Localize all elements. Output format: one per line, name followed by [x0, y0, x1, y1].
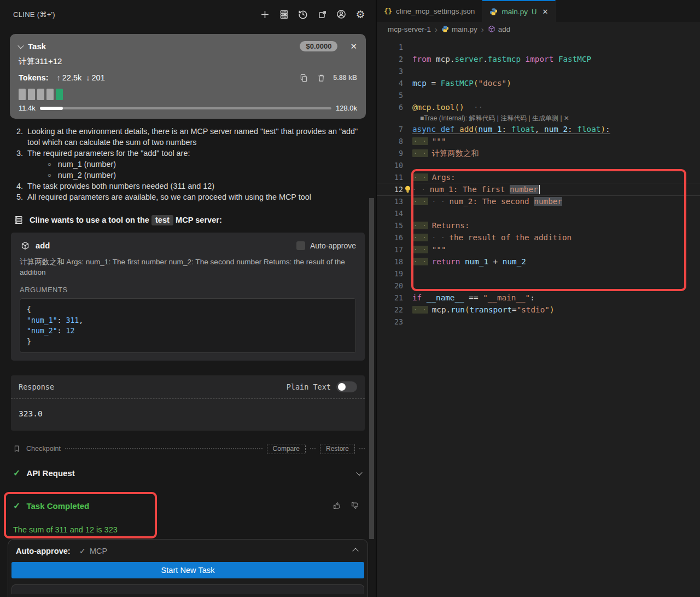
line-number: 23 — [377, 318, 403, 326]
context-window-block — [46, 89, 54, 100]
checkpoint-divider — [65, 448, 262, 449]
completed-check-icon: ✓ — [13, 501, 20, 511]
context-blocks — [19, 89, 357, 100]
breadcrumb-symbol[interactable]: add — [498, 25, 510, 33]
account-icon[interactable] — [336, 9, 347, 20]
code-line: 19 — [377, 268, 700, 280]
code-line: 23 — [377, 316, 700, 328]
line-number: 22 — [377, 306, 403, 314]
code-line: 9· ·计算两数之和 — [377, 147, 700, 159]
app-window: CLINE (⌘+') ⚙ — [0, 0, 700, 597]
api-request-chevron-icon[interactable] — [356, 469, 362, 475]
trae-inline-actions[interactable]: ■Trae (Internal): 解释代码 | 注释代码 | 生成单测 | ✕ — [377, 113, 700, 123]
code-line: 7async def add(num_1: float, num_2: floa… — [377, 123, 700, 135]
open-in-editor-icon[interactable] — [317, 9, 328, 20]
json-line: } — [27, 337, 349, 347]
compare-button[interactable]: Compare — [267, 444, 306, 454]
code-line: 8· ·""" — [377, 135, 700, 147]
tokens-row: Tokens: ↑ 22.5k ↓ 201 5.88 kB — [19, 72, 357, 83]
delete-icon[interactable] — [316, 72, 326, 83]
context-progressbar — [40, 107, 331, 109]
settings-gear-icon[interactable]: ⚙ — [355, 9, 366, 20]
cline-panel-header: CLINE (⌘+') ⚙ — [0, 0, 376, 28]
line-number: 21 — [377, 294, 403, 302]
mcp-servers-icon[interactable] — [278, 9, 289, 20]
code-line: 15· ·Returns: — [377, 219, 700, 231]
panel-scrollbar[interactable] — [369, 198, 374, 539]
success-check-icon: ✓ — [13, 468, 20, 478]
breadcrumb: mcp-server-1 › main.py › add — [377, 22, 700, 36]
task-close-icon[interactable]: ✕ — [350, 42, 357, 51]
git-indent-chip: · · — [412, 149, 428, 157]
panel-toolbar: ⚙ — [259, 9, 366, 20]
code-editor[interactable]: 12from mcp.server.fastmcp import FastMCP… — [377, 36, 700, 597]
chat-input-box[interactable] — [11, 584, 364, 594]
task-collapse-chevron-icon[interactable] — [18, 42, 24, 48]
json-file-icon: {} — [384, 7, 392, 15]
task-completed-message: The sum of 311 and 12 is 323 — [13, 525, 365, 534]
line-number: 16 — [377, 234, 403, 242]
start-new-task-button[interactable]: Start New Task — [11, 562, 364, 578]
footer-collapse-chevron-icon[interactable] — [352, 548, 358, 554]
footer-auto-approve-label: Auto-approve: — [16, 547, 71, 555]
cursor-caret — [539, 185, 540, 194]
thumbs-down-icon[interactable] — [349, 500, 360, 511]
line-number: 14 — [377, 210, 403, 218]
task-card: Task $0.0000 ✕ 计算311+12 Tokens: ↑ 22.5k … — [10, 34, 366, 119]
line-number: 12 — [377, 186, 403, 194]
response-value: 323.0 — [11, 399, 365, 431]
breadcrumb-separator-icon: › — [435, 25, 438, 33]
git-indent-chip: · · — [412, 258, 428, 265]
code-line: 3 — [377, 65, 700, 77]
auto-approve-label: Auto-approve — [310, 241, 356, 250]
restore-button[interactable]: Restore — [320, 444, 355, 454]
code-line: 10 — [377, 159, 700, 171]
copy-icon[interactable] — [298, 72, 309, 83]
tool-call-card: add Auto-approve 计算两数之和 Args: num_1: The… — [11, 233, 365, 361]
tab-close-icon[interactable]: ✕ — [542, 8, 548, 16]
breadcrumb-folder[interactable]: mcp-server-1 — [388, 25, 431, 33]
code-line: 20 — [377, 280, 700, 292]
auto-approve-checkbox[interactable] — [296, 241, 305, 250]
cost-badge[interactable]: $0.0000 — [300, 41, 337, 51]
code-line: 1 — [377, 41, 700, 53]
reasoning-list: 2.Looking at the environment details, th… — [16, 126, 363, 202]
context-window-block — [28, 89, 35, 100]
tokens-up-icon: ↑ — [57, 73, 61, 82]
breadcrumb-separator-icon: › — [481, 25, 484, 33]
line-number: 5 — [377, 91, 403, 100]
footer-mcp-status[interactable]: ✓ MCP — [79, 547, 107, 555]
context-window-block — [19, 89, 26, 100]
plain-text-toggle[interactable] — [336, 381, 357, 392]
lightbulb-icon[interactable] — [403, 186, 412, 194]
code-line: 21if __name__ == "__main__": — [377, 292, 700, 304]
code-line: 18· ·return num_1 + num_2 — [377, 256, 700, 268]
new-task-icon[interactable] — [259, 9, 270, 20]
tab-cline-mcp-settings[interactable]: {} cline_mcp_settings.json — [377, 0, 482, 22]
breadcrumb-file[interactable]: main.py — [452, 25, 477, 33]
code-line: 17· ·""" — [377, 244, 700, 256]
code-lines: 12from mcp.server.fastmcp import FastMCP… — [377, 41, 700, 328]
tokens-up-value: 22.5k — [62, 73, 81, 82]
tab-main-py[interactable]: main.py U ✕ — [482, 0, 556, 22]
panel-title: CLINE (⌘+') — [13, 10, 55, 19]
list-item: 2.Looking at the environment details, th… — [16, 126, 363, 148]
checkpoint-row: Checkpoint Compare Restore — [11, 443, 365, 454]
arguments-label: ARGUMENTS — [20, 286, 356, 294]
git-indent-chip: · · — [412, 222, 428, 229]
api-request-row[interactable]: ✓ API Request — [13, 468, 365, 478]
list-subitem: ○num_1 (number) — [48, 159, 363, 170]
api-request-label: API Request — [26, 468, 74, 478]
task-title: Task — [28, 42, 46, 51]
python-file-icon — [441, 25, 449, 33]
code-line: 13· ·· ·num_2: The second number — [377, 195, 700, 207]
line-number: 7 — [377, 125, 403, 134]
line-number: 19 — [377, 270, 403, 278]
thumbs-up-icon[interactable] — [331, 500, 342, 511]
task-size: 5.88 kB — [333, 74, 357, 82]
tokens-down-icon: ↓ — [86, 73, 90, 82]
history-icon[interactable] — [298, 9, 308, 20]
context-max: 128.0k — [336, 104, 357, 112]
tool-description: 计算两数之和 Args: num_1: The first number num… — [20, 257, 356, 277]
checkpoint-label: Checkpoint — [26, 445, 61, 453]
